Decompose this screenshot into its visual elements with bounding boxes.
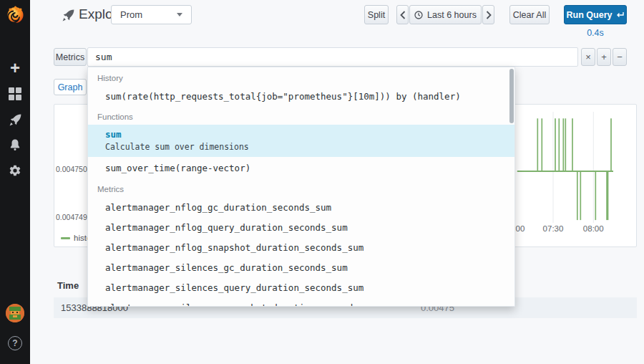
query-input[interactable] bbox=[87, 47, 578, 67]
typeahead-section-metrics: Metrics bbox=[88, 178, 514, 197]
typeahead-item-metric[interactable]: alertmanager_nflog_query_duration_second… bbox=[88, 217, 514, 237]
split-button[interactable]: Split bbox=[364, 5, 389, 24]
chevron-left-icon bbox=[400, 11, 406, 19]
typeahead-section-functions: Functions bbox=[88, 106, 514, 125]
typeahead-item-sum-over-time[interactable]: sum_over_time(range-vector) bbox=[88, 157, 514, 178]
time-forward-button[interactable] bbox=[482, 5, 494, 24]
return-arrow-icon bbox=[616, 11, 624, 18]
series-legend[interactable]: histo bbox=[61, 234, 91, 242]
typeahead-item-metric[interactable]: alertmanager_silences_snapshot_duration_… bbox=[88, 297, 514, 307]
clock-icon bbox=[414, 11, 423, 19]
typeahead-item-history-query[interactable]: sum(rate(http_requests_total{job="promet… bbox=[88, 86, 514, 106]
typeahead-item-title: sum bbox=[105, 129, 514, 140]
query-type-metrics-button[interactable]: Metrics bbox=[54, 48, 87, 66]
typeahead-item-sum-selected[interactable]: sum Calculate sum over dimensions bbox=[88, 125, 514, 157]
x-axis-tick: 07:30 bbox=[535, 224, 571, 233]
table-header-time: Time bbox=[57, 280, 79, 291]
run-query-button[interactable]: Run Query bbox=[564, 5, 627, 24]
query-elapsed-time: 0.4s bbox=[564, 28, 627, 38]
dashboards-icon[interactable] bbox=[7, 86, 23, 102]
time-back-button[interactable] bbox=[396, 5, 409, 24]
datasource-value: Prom bbox=[120, 9, 142, 20]
typeahead-item-description: Calculate sum over dimensions bbox=[105, 142, 514, 152]
typeahead-item-metric[interactable]: alertmanager_silences_query_duration_sec… bbox=[88, 277, 514, 297]
typeahead-item-metric[interactable]: alertmanager_nflog_snapshot_duration_sec… bbox=[88, 237, 514, 257]
datasource-select[interactable]: Prom bbox=[111, 5, 192, 24]
sidebar: + ? bbox=[0, 0, 30, 364]
typeahead-section-history: History bbox=[88, 67, 514, 86]
chevron-right-icon bbox=[486, 11, 492, 19]
time-range-button[interactable]: Last 6 hours bbox=[409, 5, 482, 24]
remove-query-button[interactable]: × bbox=[581, 48, 595, 66]
tab-graph[interactable]: Graph bbox=[54, 79, 87, 95]
legend-color-dash bbox=[61, 237, 70, 239]
chevron-down-icon bbox=[177, 13, 182, 16]
user-avatar[interactable] bbox=[6, 304, 24, 322]
alerting-bell-icon[interactable] bbox=[7, 137, 23, 153]
add-plus-icon[interactable]: + bbox=[7, 60, 23, 76]
x-axis-tick: 08:00 bbox=[575, 224, 611, 233]
typeahead-item-metric[interactable]: alertmanager_nflog_gc_duration_seconds_s… bbox=[88, 197, 514, 217]
configuration-gear-icon[interactable] bbox=[7, 163, 23, 178]
grafana-logo-icon[interactable] bbox=[6, 5, 25, 24]
explore-title-rocket-icon bbox=[62, 9, 75, 22]
typeahead-item-metric[interactable]: alertmanager_silences_gc_duration_second… bbox=[88, 257, 514, 277]
clear-all-button[interactable]: Clear All bbox=[509, 5, 550, 24]
query-typeahead-dropdown: History sum(rate(http_requests_total{job… bbox=[87, 67, 515, 307]
y-axis-tick: 0.0047500 bbox=[56, 165, 90, 173]
add-query-button[interactable]: + bbox=[597, 48, 611, 66]
help-icon[interactable]: ? bbox=[8, 336, 22, 350]
y-axis-tick: 0.0047499 bbox=[56, 213, 90, 221]
dropdown-scrollbar[interactable] bbox=[509, 69, 514, 123]
explore-rocket-icon[interactable] bbox=[7, 112, 23, 128]
collapse-query-button[interactable]: − bbox=[613, 48, 627, 66]
